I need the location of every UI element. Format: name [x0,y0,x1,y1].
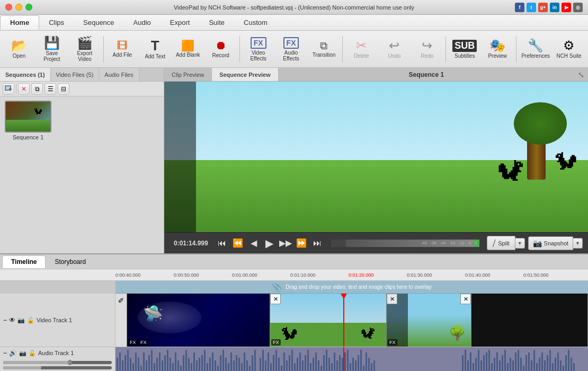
audio-collapse-button[interactable]: − [3,349,7,357]
volume-slider-handle[interactable] [68,360,72,365]
snapshot-button[interactable]: 📷 Snapshot [528,236,573,250]
skip-start-button[interactable]: ⏮ [216,237,228,250]
video-clip-3[interactable]: ✕ 🌳 FX ✕ [387,294,471,347]
delete-sequence-button[interactable]: ✕ [18,83,30,95]
add-sequence-button[interactable] [3,83,14,95]
separator-3 [342,36,343,63]
window-controls[interactable] [5,4,32,11]
play-button[interactable]: ▶ [263,237,276,250]
clip-close-3b[interactable]: ✕ [387,294,397,304]
clip-close-2b[interactable]: ✕ [270,294,281,304]
sequence-item[interactable]: 🐿 Sequence 1 [4,101,52,140]
audio-track-label: − 🔊 📷 🔓 Audio Track 1 [0,347,115,371]
preferences-button[interactable]: 🔧 Preferences [519,33,552,66]
video-clip-4[interactable] [471,294,588,347]
sequence-label: Sequence 1 [13,134,44,140]
export-video-button[interactable]: 🎬 Export Video [69,33,101,66]
add-blank-button[interactable]: 🟧 Add Blank [172,33,204,66]
youtube-icon[interactable]: ▶ [562,3,571,12]
snapshot-dropdown[interactable]: ▼ [573,238,583,249]
transition-button[interactable]: ⧉ Transition [308,33,340,66]
forward-button[interactable]: ▶▶ [279,237,292,250]
list-view-button[interactable]: ☰ [44,83,56,95]
tab-sequences[interactable]: Sequences (1) [0,68,51,81]
menu-tab-sequence[interactable]: Sequence [74,16,124,29]
svg-rect-99 [368,358,370,371]
audio-camera-button[interactable]: 📷 [19,350,26,357]
collapse-button[interactable]: − [3,316,7,324]
audio-track-content[interactable]: FX 🔊 🔁 FX 🔊 🔁 FX 🔊 🔁 [115,347,588,371]
svg-rect-142 [565,355,567,371]
clip-preview-tab[interactable]: Clip Preview [164,68,212,81]
nch-suite-button[interactable]: ⚙ NCH Suite [553,33,585,66]
next-frame-button[interactable]: ⏩ [295,237,308,250]
video-clip-2[interactable]: ✕ 🐿 🐿 FX ✕ [270,294,387,347]
menu-tab-home[interactable]: Home [0,15,39,30]
volume-slider[interactable] [3,361,112,364]
video-track-camera[interactable]: 📷 [17,317,25,324]
video-track-content[interactable]: ✏ ✕ 🛸 FX FX ✕ [115,294,588,347]
tab-timeline[interactable]: Timeline [2,255,46,268]
record-button[interactable]: ⏺ Record [205,33,237,66]
add-file-button[interactable]: 🎞 Add File [106,33,138,66]
split-dropdown[interactable]: ▼ [515,238,525,249]
open-button[interactable]: 📂 Open [3,33,35,66]
video-track-lock[interactable]: 🔓 [27,317,34,324]
pan-control [3,366,112,369]
twitter-icon[interactable]: t [527,3,536,12]
add-blank-icon: 🟧 [181,40,194,51]
tab-video-files[interactable]: Video Files (5) [51,68,100,81]
video-track-eye[interactable]: 👁 [9,316,15,324]
overlay-drop-zone[interactable]: 📎 Drag and drop your video, text and ima… [115,281,588,294]
maximize-button[interactable] [25,4,32,11]
expand-button[interactable]: ⤡ [574,68,588,82]
menu-tab-suite[interactable]: Suite [199,16,234,29]
audio-effects-button[interactable]: FX Audio Effects [275,33,307,66]
add-text-button[interactable]: T Add Text [139,33,171,66]
audio-mute-button[interactable]: 🔊 [9,349,17,357]
subtitles-button[interactable]: SUB Subtitles [449,33,480,66]
svg-rect-140 [560,360,562,371]
undo-button[interactable]: ↩ Undo [378,33,410,66]
sequence-preview-tab[interactable]: Sequence Preview [212,68,279,81]
undo-icon: ↩ [389,39,399,52]
delete-button[interactable]: ✂ Delete [345,33,377,66]
minimize-button[interactable] [15,4,22,11]
svg-rect-126 [523,366,524,371]
googleplus-icon[interactable]: g+ [538,3,548,12]
details-button[interactable]: ⊟ [58,83,69,95]
prev-frame-button[interactable]: ⏪ [231,237,244,250]
linkedin-icon[interactable]: in [550,3,559,12]
svg-rect-53 [246,360,248,371]
video-clip-1[interactable]: ✕ 🛸 FX FX [127,294,270,347]
video-effects-button[interactable]: FX Video Effects [243,33,274,66]
edit-tool[interactable]: ✏ [115,294,127,347]
preview-panel: Clip Preview Sequence Preview Sequence 1… [164,68,588,253]
duplicate-sequence-button[interactable]: ⧉ [31,83,43,95]
svg-rect-101 [373,360,375,371]
back-button[interactable]: ◀ [247,237,260,250]
pan-slider[interactable] [3,366,112,369]
tab-audio-files[interactable]: Audio Files [99,68,139,81]
menu-tab-audio[interactable]: Audio [124,16,161,29]
redo-button[interactable]: ↪ Redo [411,33,443,66]
volume-bar[interactable]: -42 -36 -24 -18 -12 -6 0 [331,240,480,247]
preview-button[interactable]: 🎭 Preview [482,33,513,66]
split-button[interactable]: ⧸ Split [487,236,515,250]
menu-tab-custom[interactable]: Custom [234,16,277,29]
skip-end-button[interactable]: ⏭ [311,237,324,250]
svg-rect-116 [496,352,498,371]
facebook-icon[interactable]: f [515,3,524,12]
audio-lock-button[interactable]: 🔓 [29,350,36,357]
delete-icon: ✂ [356,39,367,52]
open-icon: 📂 [11,39,27,52]
svg-rect-77 [310,363,311,371]
menu-tab-export[interactable]: Export [161,16,200,29]
close-button[interactable] [5,4,12,11]
save-project-button[interactable]: 💾 Save Project [36,33,68,66]
tab-storyboard[interactable]: Storyboard [46,255,95,268]
svg-rect-136 [549,350,551,371]
video-track-label: − 👁 📷 🔓 Video Track 1 [0,294,115,347]
nch-icon[interactable]: ◎ [573,3,583,12]
menu-tab-clips[interactable]: Clips [39,16,74,29]
